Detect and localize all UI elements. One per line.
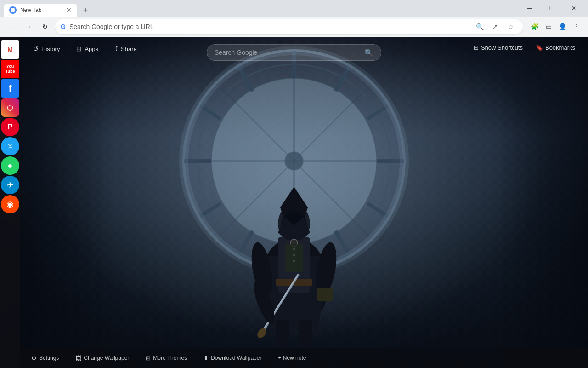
facebook-icon[interactable]: f bbox=[1, 79, 19, 98]
svg-rect-23 bbox=[278, 237, 310, 293]
address-icons: 🔍 ↗ ☆ bbox=[473, 20, 517, 33]
reddit-icon[interactable]: ◉ bbox=[1, 195, 19, 213]
search-bar-wrap: Search Google 🔍 bbox=[207, 44, 381, 61]
twitter-icon[interactable]: 𝕏 bbox=[1, 137, 19, 155]
extensions-icon[interactable]: 🧩 bbox=[528, 20, 541, 33]
browser-frame: New Tab ✕ + — ❐ ✕ ← → ↻ G bbox=[0, 0, 588, 368]
clock-face bbox=[179, 46, 409, 276]
forward-button[interactable]: → bbox=[22, 20, 35, 33]
svg-point-26 bbox=[312, 241, 340, 298]
wallpaper-icon: 🖼 bbox=[75, 355, 81, 362]
svg-point-2 bbox=[211, 78, 377, 244]
zoom-icon[interactable]: 🔍 bbox=[473, 20, 486, 33]
sidebar: M YouTube f ⬡ P 𝕏 ● ✈ ◉ bbox=[0, 37, 20, 368]
svg-line-36 bbox=[264, 274, 299, 329]
share-icon: ⤴ bbox=[115, 45, 118, 52]
history-icon: ↺ bbox=[33, 45, 39, 52]
bottom-bar: ⚙ Settings 🖼 Change Wallpaper ⊞ More The… bbox=[20, 348, 588, 368]
active-tab[interactable]: New Tab ✕ bbox=[4, 4, 77, 17]
svg-marker-22 bbox=[260, 256, 328, 339]
svg-line-5 bbox=[368, 106, 388, 119]
bookmark-icon[interactable]: ☆ bbox=[504, 20, 517, 33]
themes-icon: ⊞ bbox=[146, 355, 151, 362]
svg-point-38 bbox=[255, 327, 268, 340]
svg-point-30 bbox=[278, 204, 310, 243]
background bbox=[0, 37, 588, 368]
svg-point-21 bbox=[260, 237, 328, 329]
search-placeholder: Search Google bbox=[215, 49, 361, 56]
svg-point-43 bbox=[293, 254, 295, 256]
split-screen-icon[interactable]: ▭ bbox=[542, 20, 555, 33]
svg-rect-24 bbox=[276, 279, 312, 286]
search-bar[interactable]: Search Google 🔍 bbox=[207, 44, 381, 61]
address-text: Search Google or type a URL bbox=[69, 23, 469, 30]
apps-button[interactable]: ⊞ Apps bbox=[73, 43, 102, 54]
svg-point-33 bbox=[289, 223, 292, 226]
change-wallpaper-button[interactable]: 🖼 Change Wallpaper bbox=[72, 353, 133, 363]
address-input-wrap[interactable]: G Search Google or type a URL 🔍 ↗ ☆ bbox=[55, 19, 523, 34]
svg-rect-41 bbox=[285, 244, 303, 272]
top-right-buttons: ⊞ Show Shortcuts 🔖 Bookmarks bbox=[470, 42, 579, 53]
instagram-icon[interactable]: ⬡ bbox=[1, 98, 19, 117]
pinterest-icon[interactable]: P bbox=[1, 118, 19, 136]
profile-icon[interactable]: 👤 bbox=[556, 20, 569, 33]
whatsapp-icon[interactable]: ● bbox=[1, 156, 19, 175]
more-themes-button[interactable]: ⊞ More Themes bbox=[142, 353, 191, 363]
telegram-icon[interactable]: ✈ bbox=[1, 176, 19, 194]
settings-button[interactable]: ⚙ Settings bbox=[28, 353, 62, 363]
close-button[interactable]: ✕ bbox=[563, 0, 584, 17]
maximize-button[interactable]: ❐ bbox=[541, 0, 562, 17]
toolbar-icons: 🧩 ▭ 👤 ⋮ bbox=[528, 20, 582, 33]
window-controls: — ❐ ✕ bbox=[519, 0, 584, 17]
show-shortcuts-button[interactable]: ⊞ Show Shortcuts bbox=[470, 42, 526, 53]
svg-line-4 bbox=[335, 67, 349, 91]
minimize-button[interactable]: — bbox=[519, 0, 540, 17]
youtube-icon[interactable]: YouTube bbox=[1, 60, 19, 78]
new-tab-button[interactable]: + bbox=[79, 4, 92, 17]
share-button[interactable]: ⤴ Share bbox=[111, 43, 141, 54]
menu-icon[interactable]: ⋮ bbox=[570, 20, 582, 33]
svg-line-10 bbox=[239, 231, 253, 255]
svg-point-25 bbox=[248, 241, 276, 298]
svg-line-18 bbox=[218, 85, 370, 237]
svg-line-8 bbox=[335, 231, 349, 255]
svg-line-17 bbox=[218, 85, 370, 237]
svg-point-44 bbox=[293, 260, 295, 262]
shortcuts-icon: ⊞ bbox=[474, 44, 479, 51]
tab-area: New Tab ✕ + bbox=[4, 0, 517, 17]
svg-point-20 bbox=[184, 51, 404, 271]
svg-line-14 bbox=[239, 67, 253, 91]
svg-rect-28 bbox=[276, 320, 289, 345]
google-icon: G bbox=[61, 23, 66, 30]
svg-line-13 bbox=[200, 106, 220, 119]
svg-point-32 bbox=[281, 211, 307, 241]
gmail-icon[interactable]: M bbox=[1, 40, 19, 59]
share-icon[interactable]: ↗ bbox=[489, 20, 502, 33]
svg-point-19 bbox=[285, 152, 303, 170]
back-button[interactable]: ← bbox=[6, 20, 18, 33]
history-button[interactable]: ↺ History bbox=[29, 43, 63, 54]
tab-favicon bbox=[9, 6, 17, 14]
svg-line-11 bbox=[200, 203, 220, 216]
address-bar: ← → ↻ G Search Google or type a URL 🔍 ↗ … bbox=[0, 17, 588, 37]
dark-right-overlay bbox=[496, 37, 588, 368]
svg-line-37 bbox=[262, 275, 298, 332]
main-content: M YouTube f ⬡ P 𝕏 ● ✈ ◉ bbox=[0, 37, 588, 368]
svg-point-40 bbox=[290, 239, 298, 247]
svg-marker-35 bbox=[278, 217, 310, 240]
download-wallpaper-button[interactable]: ⬇ Download Wallpaper bbox=[200, 353, 265, 363]
svg-marker-31 bbox=[280, 187, 308, 228]
settings-icon: ⚙ bbox=[31, 355, 37, 362]
svg-rect-29 bbox=[299, 320, 312, 345]
tab-close-button[interactable]: ✕ bbox=[66, 7, 72, 13]
tab-title: New Tab bbox=[20, 7, 62, 13]
svg-point-34 bbox=[296, 223, 299, 226]
new-note-button[interactable]: + New note bbox=[274, 353, 310, 363]
character bbox=[220, 127, 368, 348]
bookmarks-icon: 🔖 bbox=[536, 44, 543, 51]
bookmarks-button[interactable]: 🔖 Bookmarks bbox=[532, 42, 579, 53]
apps-icon: ⊞ bbox=[76, 45, 82, 52]
svg-line-7 bbox=[368, 203, 388, 216]
search-icon[interactable]: 🔍 bbox=[364, 48, 373, 57]
refresh-button[interactable]: ↻ bbox=[39, 20, 51, 33]
